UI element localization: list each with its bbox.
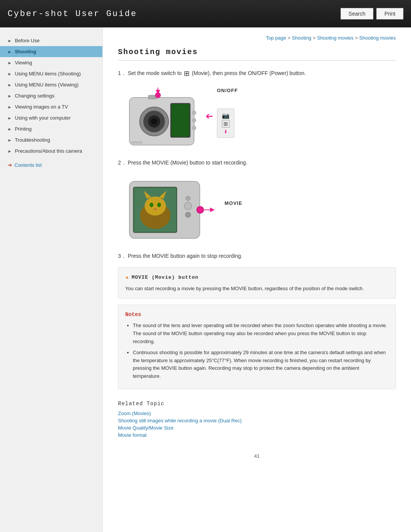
sidebar-item-changing-settings[interactable]: ► Changing settings: [0, 90, 102, 101]
step-2: 2． Press the MOVIE (Movie) button to sta…: [118, 158, 396, 167]
arrow-icon: ►: [8, 94, 12, 98]
sidebar-item-printing[interactable]: ► Printing: [0, 123, 102, 134]
svg-point-24: [186, 196, 190, 201]
tip-title-text: MOVIE (Movie) button: [132, 274, 199, 282]
sidebar-label: Viewing: [15, 60, 32, 66]
arrow-icon: ►: [8, 127, 12, 131]
contents-list-link[interactable]: ➔ Contents list: [0, 157, 102, 169]
step-3: 3． Press the MOVIE button again to stop …: [118, 252, 396, 260]
arrow-icon: ►: [8, 83, 12, 87]
tip-title: ★ MOVIE (Movie) button: [125, 273, 389, 283]
sidebar-item-troubleshooting[interactable]: ► Troubleshooting: [0, 134, 102, 145]
sidebar: ► Before Use ► Shooting ► Viewing ► Usin…: [0, 27, 103, 532]
breadcrumb-shooting[interactable]: Shooting: [292, 35, 311, 41]
svg-rect-6: [171, 104, 190, 137]
page-title: Shooting movies: [118, 48, 396, 61]
arrow-icon: ►: [8, 61, 12, 65]
sidebar-item-menu-viewing[interactable]: ► Using MENU items (Viewing): [0, 79, 102, 90]
onoff-label-group: ON/OFF 📷 ⊞ ⬇ ➔: [217, 86, 238, 122]
svg-point-21: [150, 203, 153, 207]
related-link-3[interactable]: Movie format: [118, 432, 396, 438]
diagram-1: ON/OFF 📷 ⊞ ⬇ ➔: [126, 86, 396, 151]
notes-box: Notes The sound of the lens and lever op…: [118, 305, 396, 389]
arrow-icon: ►: [8, 149, 12, 153]
movie-mode-icon: ⊞: [222, 120, 229, 128]
sidebar-item-viewing-tv[interactable]: ► Viewing images on a TV: [0, 101, 102, 112]
header-actions: Search Print: [341, 8, 403, 19]
sidebar-label: Changing settings: [15, 93, 54, 99]
mode-switch-diagram: 📷 ⊞ ⬇: [217, 109, 234, 138]
contents-arrow-icon: ➔: [8, 162, 12, 168]
breadcrumb-shooting-movies[interactable]: Shooting movies: [317, 35, 354, 41]
breadcrumb: Top page > Shooting > Shooting movies > …: [118, 35, 396, 41]
sidebar-item-menu-shooting[interactable]: ► Using MENU items (Shooting): [0, 68, 102, 79]
sidebar-label: Using MENU items (Viewing): [15, 82, 78, 88]
related-topic-title: Related Topic: [118, 401, 396, 407]
sidebar-item-before-use[interactable]: ► Before Use: [0, 35, 102, 46]
photo-mode-icon: 📷: [222, 112, 229, 119]
sidebar-item-viewing[interactable]: ► Viewing: [0, 57, 102, 68]
sidebar-label: Before Use: [15, 38, 40, 43]
svg-point-10: [192, 111, 196, 115]
movie-label-group: MOVIE: [225, 200, 242, 206]
step-1-number: 1．: [118, 70, 126, 76]
tip-text: You can start recording a movie by press…: [125, 285, 389, 293]
note-item-2: Continuous shooting is possible for appr…: [133, 349, 389, 380]
camera-diagram-1-svg: [126, 86, 209, 151]
main-layout: ► Before Use ► Shooting ► Viewing ► Usin…: [0, 27, 411, 532]
onoff-label: ON/OFF: [217, 88, 238, 93]
step-1-text: Set the mode switch to ⊞ (Movie), then p…: [128, 70, 306, 76]
arrow-icon: ►: [8, 72, 12, 76]
arrow-icon: ►: [8, 38, 12, 43]
note-item-1: The sound of the lens and lever operatin…: [133, 322, 389, 345]
app-title: Cyber-shot User Guide: [8, 9, 137, 19]
sidebar-label: Using with your computer: [15, 115, 71, 121]
breadcrumb-top[interactable]: Top page: [266, 35, 286, 41]
step-3-number: 3．: [118, 253, 126, 259]
svg-point-27: [197, 206, 204, 213]
arrow-icon: ►: [8, 116, 12, 120]
contents-link-label: Contents list: [14, 162, 42, 168]
sidebar-item-computer[interactable]: ► Using with your computer: [0, 112, 102, 123]
camera-diagram-2-svg: [126, 174, 221, 244]
step-2-text: Press the MOVIE (Movie) button to start …: [128, 160, 247, 166]
step-3-text: Press the MOVIE button again to stop rec…: [128, 253, 242, 259]
notes-title: Notes: [125, 310, 389, 319]
tip-box: ★ MOVIE (Movie) button You can start rec…: [118, 267, 396, 299]
sidebar-item-precautions[interactable]: ► Precautions/About this camera: [0, 145, 102, 157]
mode-arrow-icon: ⬇: [224, 129, 228, 134]
step-1: 1． Set the mode switch to ⊞ (Movie), the…: [118, 68, 396, 79]
page-number: 41: [118, 453, 396, 459]
svg-point-12: [192, 126, 196, 130]
svg-point-22: [157, 203, 161, 207]
step-2-number: 2．: [118, 160, 126, 166]
sidebar-label: Viewing images on a TV: [15, 104, 68, 110]
sidebar-label: Troubleshooting: [15, 137, 50, 143]
arrow-icon: ►: [8, 138, 12, 142]
svg-rect-13: [131, 141, 143, 144]
svg-point-26: [185, 212, 191, 217]
sidebar-label: Printing: [15, 126, 32, 132]
sidebar-label: Shooting: [15, 49, 36, 54]
svg-point-25: [184, 202, 192, 210]
svg-point-8: [155, 93, 161, 98]
sidebar-item-shooting[interactable]: ► Shooting: [0, 46, 102, 57]
related-link-1[interactable]: Shooting still images while recording a …: [118, 418, 396, 423]
related-link-0[interactable]: Zoom (Movies): [118, 411, 396, 416]
print-button[interactable]: Print: [376, 8, 403, 19]
pink-arrow: ➔: [206, 111, 213, 122]
notes-list: The sound of the lens and lever operatin…: [125, 322, 389, 380]
movie-label: MOVIE: [225, 200, 242, 206]
arrow-icon: ►: [8, 105, 12, 109]
arrow-icon: ►: [8, 50, 12, 54]
svg-point-18: [145, 197, 166, 216]
search-button[interactable]: Search: [341, 8, 373, 19]
tip-icon: ★: [125, 273, 129, 283]
main-content: Top page > Shooting > Shooting movies > …: [103, 27, 411, 532]
header: Cyber-shot User Guide Search Print: [0, 0, 411, 27]
sidebar-label: Using MENU items (Shooting): [15, 71, 81, 77]
breadcrumb-current[interactable]: Shooting movies: [359, 35, 396, 41]
svg-point-4: [151, 118, 157, 125]
related-link-2[interactable]: Movie Quality/Movie Size: [118, 425, 396, 431]
sidebar-label: Precautions/About this camera: [15, 148, 82, 154]
